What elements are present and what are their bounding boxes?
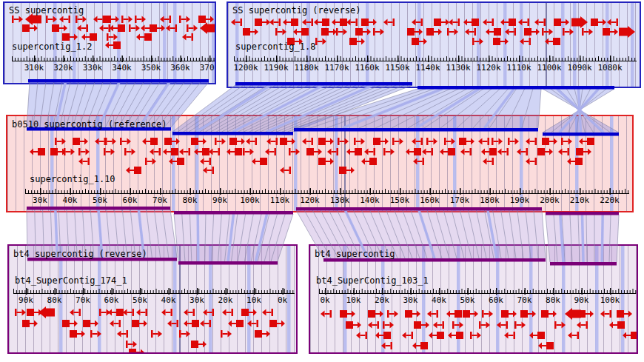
panel-bt4-supercontig[interactable]: 0k10k20k30k40k50k60k70k80k90k100k bt4 su…: [309, 244, 638, 354]
svg-text:1190k: 1190k: [264, 63, 288, 73]
svg-text:170k: 170k: [450, 195, 470, 205]
panel-ss-supercontig-reverse[interactable]: 1200k1190k1180k1170k1160k1150k1140k1130k…: [227, 1, 641, 88]
svg-text:150k: 150k: [390, 195, 410, 205]
svg-text:1120k: 1120k: [476, 63, 500, 73]
svg-text:110k: 110k: [270, 195, 290, 205]
gene-track: 0k10k20k30k40k50k60k70k80k90k100k: [310, 246, 637, 352]
svg-text:180k: 180k: [480, 195, 500, 205]
svg-text:30k: 30k: [403, 295, 418, 305]
svg-text:40k: 40k: [161, 295, 176, 305]
panel-title: SS supercontig: [9, 5, 84, 16]
svg-text:360k: 360k: [170, 63, 190, 73]
svg-text:40k: 40k: [63, 195, 78, 205]
svg-text:160k: 160k: [420, 195, 440, 205]
svg-text:1130k: 1130k: [446, 63, 470, 73]
svg-text:200k: 200k: [540, 195, 560, 205]
panel-b0510-reference[interactable]: 30k40k50k60k70k80k90k100k110k120k130k140…: [6, 115, 634, 212]
svg-text:60k: 60k: [104, 295, 119, 305]
svg-text:50k: 50k: [93, 195, 107, 205]
panel-title: SS supercontig (reverse): [232, 5, 360, 16]
svg-text:30k: 30k: [189, 295, 204, 305]
svg-text:210k: 210k: [570, 195, 590, 205]
svg-text:100k: 100k: [600, 295, 620, 305]
svg-text:350k: 350k: [141, 63, 161, 73]
panel-title: b0510 supercontig (reference): [12, 119, 167, 130]
svg-text:1100k: 1100k: [537, 63, 561, 73]
svg-text:1180k: 1180k: [294, 63, 318, 73]
svg-text:0k: 0k: [320, 295, 330, 305]
svg-text:20k: 20k: [375, 295, 389, 305]
panel-title: bt4 supercontig: [315, 249, 395, 259]
svg-text:50k: 50k: [133, 295, 147, 305]
svg-text:370k: 370k: [200, 63, 215, 73]
svg-text:1140k: 1140k: [415, 63, 440, 73]
svg-text:190k: 190k: [510, 195, 530, 205]
svg-text:70k: 70k: [152, 195, 167, 205]
svg-text:310k: 310k: [24, 63, 44, 73]
svg-text:1160k: 1160k: [355, 63, 379, 73]
svg-text:1110k: 1110k: [506, 63, 531, 73]
gene-track: 90k80k70k60k50k40k30k20k10k0k: [9, 246, 296, 352]
sequence-label: supercontig_1.8: [235, 41, 315, 52]
svg-text:20k: 20k: [218, 295, 233, 305]
svg-text:320k: 320k: [53, 63, 73, 73]
svg-text:220k: 220k: [600, 195, 620, 205]
sequence-label: bt4_SuperContig_103_1: [316, 275, 429, 286]
svg-text:100k: 100k: [240, 195, 260, 205]
svg-text:1080k: 1080k: [597, 63, 622, 73]
svg-text:10k: 10k: [346, 295, 361, 305]
svg-text:70k: 70k: [517, 295, 532, 305]
svg-text:330k: 330k: [83, 63, 103, 73]
svg-text:130k: 130k: [330, 195, 350, 205]
svg-text:120k: 120k: [300, 195, 320, 205]
svg-text:60k: 60k: [123, 195, 138, 205]
svg-text:60k: 60k: [489, 295, 503, 305]
svg-text:0k: 0k: [278, 295, 288, 305]
svg-text:90k: 90k: [574, 295, 589, 305]
svg-text:1150k: 1150k: [385, 63, 409, 73]
svg-text:1090k: 1090k: [567, 63, 591, 73]
svg-text:70k: 70k: [76, 295, 90, 305]
svg-text:80k: 80k: [183, 195, 198, 205]
svg-text:40k: 40k: [432, 295, 446, 305]
svg-text:80k: 80k: [546, 295, 560, 305]
panel-title: bt4 supercontig (reverse): [13, 249, 147, 259]
sequence-label: bt4_SuperContig_174_1: [15, 275, 127, 286]
panel-ss-supercontig[interactable]: 310k320k330k340k350k360k370k SS supercon…: [3, 1, 216, 84]
synteny-viewer: 310k320k330k340k350k360k370k SS supercon…: [0, 0, 644, 362]
svg-text:90k: 90k: [19, 295, 33, 305]
sequence-label: supercontig_1.10: [30, 174, 115, 184]
svg-text:340k: 340k: [112, 63, 132, 73]
sequence-label: supercontig_1.2: [12, 41, 92, 52]
svg-text:50k: 50k: [460, 295, 475, 305]
svg-text:80k: 80k: [47, 295, 62, 305]
svg-text:90k: 90k: [212, 195, 227, 205]
panel-bt4-supercontig-reverse[interactable]: 90k80k70k60k50k40k30k20k10k0k bt4 superc…: [7, 244, 298, 354]
svg-text:1200k: 1200k: [233, 63, 258, 73]
svg-text:1170k: 1170k: [324, 63, 349, 73]
svg-text:30k: 30k: [33, 195, 47, 205]
svg-text:140k: 140k: [360, 195, 380, 205]
svg-text:10k: 10k: [246, 295, 261, 305]
gene-track: 30k40k50k60k70k80k90k100k110k120k130k140…: [7, 116, 632, 211]
